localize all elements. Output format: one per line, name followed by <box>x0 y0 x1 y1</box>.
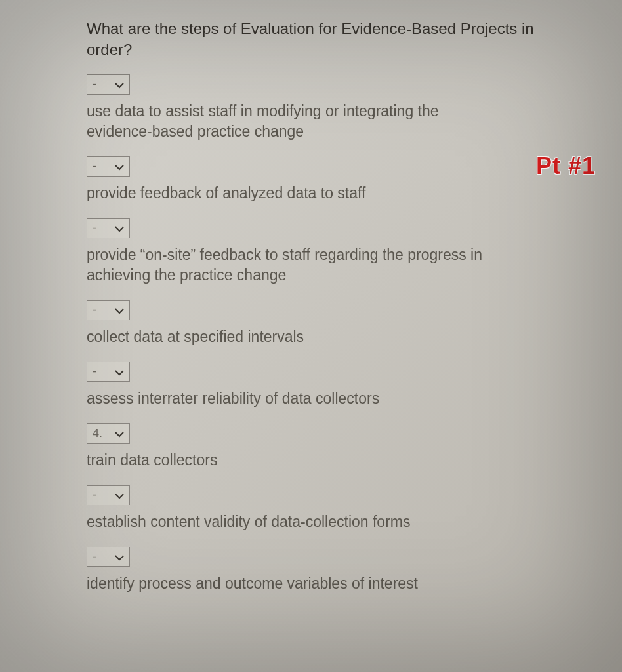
chevron-down-icon <box>115 82 124 89</box>
chevron-down-icon <box>115 369 124 376</box>
item-text: train data collectors <box>87 450 507 471</box>
order-select[interactable]: 4. <box>87 423 130 444</box>
chevron-down-icon <box>115 431 124 438</box>
order-item: - establish content validity of data-col… <box>87 485 556 532</box>
item-text: provide feedback of analyzed data to sta… <box>87 183 507 203</box>
item-text: provide “on-site” feedback to staff rega… <box>87 245 507 285</box>
select-value: - <box>93 221 106 235</box>
item-text: collect data at specified intervals <box>87 327 507 347</box>
order-select[interactable]: - <box>87 74 130 94</box>
question-title: What are the steps of Evaluation for Evi… <box>87 18 556 61</box>
order-item: - provide “on-site” feedback to staff re… <box>87 218 556 285</box>
order-select[interactable]: - <box>87 485 130 505</box>
order-select[interactable]: - <box>87 300 130 320</box>
select-value: 4. <box>93 427 106 440</box>
select-value: - <box>93 77 106 91</box>
select-value: - <box>93 550 106 564</box>
part-annotation: Pt #1 <box>536 152 596 180</box>
chevron-down-icon <box>115 555 124 561</box>
order-item: - collect data at specified intervals <box>87 300 556 347</box>
chevron-down-icon <box>115 226 124 232</box>
chevron-down-icon <box>115 493 124 499</box>
item-text: identify process and outcome variables o… <box>87 574 507 594</box>
order-select[interactable]: - <box>87 218 130 238</box>
order-select[interactable]: - <box>87 362 130 382</box>
order-select[interactable]: - <box>87 156 130 177</box>
order-item: - identify process and outcome variables… <box>87 547 556 594</box>
select-value: - <box>93 365 106 379</box>
select-value: - <box>93 488 106 502</box>
item-text: use data to assist staff in modifying or… <box>87 101 507 142</box>
select-value: - <box>93 303 106 317</box>
item-text: establish content validity of data-colle… <box>87 512 507 532</box>
chevron-down-icon <box>115 164 124 171</box>
order-item: - assess interrater reliability of data … <box>87 362 556 409</box>
select-value: - <box>93 159 106 173</box>
order-item: - provide feedback of analyzed data to s… <box>87 156 556 203</box>
order-item: 4. train data collectors <box>87 423 556 471</box>
order-item: - use data to assist staff in modifying … <box>87 74 556 142</box>
order-select[interactable]: - <box>87 547 130 567</box>
chevron-down-icon <box>115 308 124 314</box>
item-text: assess interrater reliability of data co… <box>87 388 507 409</box>
